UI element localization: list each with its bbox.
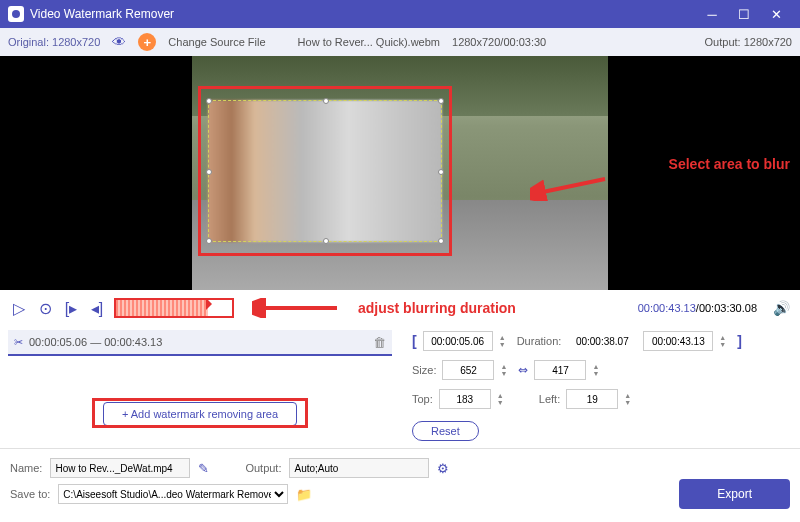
- saveto-select[interactable]: C:\Aiseesoft Studio\A...deo Watermark Re…: [58, 484, 288, 504]
- spinner[interactable]: ▲▼: [592, 363, 604, 377]
- edit-name-icon[interactable]: ✎: [198, 461, 209, 476]
- spinner[interactable]: ▲▼: [497, 392, 509, 406]
- saveto-label: Save to:: [10, 488, 50, 500]
- duration-value: [567, 331, 637, 351]
- source-filename: How to Rever... Quick).webm: [298, 36, 440, 48]
- size-label: Size:: [412, 364, 436, 376]
- height-input[interactable]: [534, 360, 586, 380]
- region-time-range: 00:00:05.06 — 00:00:43.13: [29, 336, 162, 348]
- bottom-panel: Name: ✎ Output: ⚙ Save to: C:\Aiseesoft …: [0, 448, 800, 513]
- preview-toggle-icon[interactable]: 👁: [112, 34, 126, 50]
- resize-handle[interactable]: [206, 238, 212, 244]
- regions-panel: ✂ 00:00:05.06 — 00:00:43.13 🗑 + Add wate…: [0, 326, 400, 448]
- annotation-arrow-icon: [252, 298, 342, 318]
- minimize-button[interactable]: ─: [696, 0, 728, 28]
- spinner[interactable]: ▲▼: [624, 392, 636, 406]
- output-settings-icon[interactable]: ⚙: [437, 461, 449, 476]
- resize-handle[interactable]: [323, 98, 329, 104]
- duration-label: Duration:: [517, 335, 562, 347]
- top-input[interactable]: [439, 389, 491, 409]
- top-label: Top:: [412, 393, 433, 405]
- app-logo: [8, 6, 24, 22]
- delete-region-icon[interactable]: 🗑: [373, 335, 386, 350]
- maximize-button[interactable]: ☐: [728, 0, 760, 28]
- spinner[interactable]: ▲▼: [500, 363, 512, 377]
- params-panel: [ ▲▼ Duration: ▲▼ ] Size: ▲▼ ⇔ ▲▼ Top: ▲…: [400, 326, 800, 448]
- resize-handle[interactable]: [438, 169, 444, 175]
- timeline-selection[interactable]: [116, 300, 208, 316]
- spinner[interactable]: ▲▼: [499, 334, 511, 348]
- scissors-icon: ✂: [14, 336, 23, 349]
- stop-button[interactable]: ⊙: [36, 299, 54, 318]
- video-preview[interactable]: Select area to blur: [0, 56, 800, 290]
- original-dims: Original: 1280x720: [8, 36, 100, 48]
- add-source-button[interactable]: +: [138, 33, 156, 51]
- change-source-link[interactable]: Change Source File: [168, 36, 265, 48]
- selection-box[interactable]: [208, 100, 442, 242]
- annotation-arrow-icon: [530, 171, 610, 201]
- annotation-box-add: [92, 398, 308, 428]
- reset-button[interactable]: Reset: [412, 421, 479, 441]
- total-time: /00:03:30.08: [696, 302, 757, 314]
- output-dims: Output: 1280x720: [705, 36, 792, 48]
- name-label: Name:: [10, 462, 42, 474]
- mark-in-button[interactable]: [▸: [62, 299, 80, 318]
- bracket-in-button[interactable]: [: [412, 333, 417, 349]
- width-input[interactable]: [442, 360, 494, 380]
- export-button[interactable]: Export: [679, 479, 790, 509]
- svg-point-0: [12, 10, 20, 18]
- resize-handle[interactable]: [438, 238, 444, 244]
- output-format-input[interactable]: [289, 458, 429, 478]
- output-name-input[interactable]: [50, 458, 190, 478]
- bracket-out-button[interactable]: ]: [737, 333, 742, 349]
- open-folder-icon[interactable]: 📁: [296, 487, 312, 502]
- title-bar: Video Watermark Remover ─ ☐ ✕: [0, 0, 800, 28]
- timeline[interactable]: [114, 298, 234, 318]
- spinner[interactable]: ▲▼: [719, 334, 731, 348]
- close-button[interactable]: ✕: [760, 0, 792, 28]
- resize-handle[interactable]: [206, 98, 212, 104]
- resize-handle[interactable]: [206, 169, 212, 175]
- app-title: Video Watermark Remover: [30, 7, 696, 21]
- left-label: Left:: [539, 393, 560, 405]
- resize-handle[interactable]: [438, 98, 444, 104]
- info-bar: Original: 1280x720 👁 + Change Source Fil…: [0, 28, 800, 56]
- left-input[interactable]: [566, 389, 618, 409]
- svg-line-1: [538, 179, 605, 193]
- annotation-select-area: Select area to blur: [669, 156, 790, 172]
- region-row[interactable]: ✂ 00:00:05.06 — 00:00:43.13 🗑: [8, 330, 392, 356]
- volume-icon[interactable]: 🔊: [773, 300, 790, 316]
- time-display: 00:00:43.13/00:03:30.08: [638, 302, 757, 314]
- mark-out-button[interactable]: ◂]: [88, 299, 106, 318]
- resize-handle[interactable]: [323, 238, 329, 244]
- end-time-input[interactable]: [643, 331, 713, 351]
- source-dims-duration: 1280x720/00:03:30: [452, 36, 546, 48]
- play-button[interactable]: ▷: [10, 299, 28, 318]
- output-format-label: Output:: [245, 462, 281, 474]
- playback-controls: ▷ ⊙ [▸ ◂] adjust blurring duration 00:00…: [0, 290, 800, 326]
- start-time-input[interactable]: [423, 331, 493, 351]
- link-dimensions-icon[interactable]: ⇔: [518, 363, 528, 377]
- annotation-adjust-duration: adjust blurring duration: [358, 300, 516, 316]
- current-time: 00:00:43.13: [638, 302, 696, 314]
